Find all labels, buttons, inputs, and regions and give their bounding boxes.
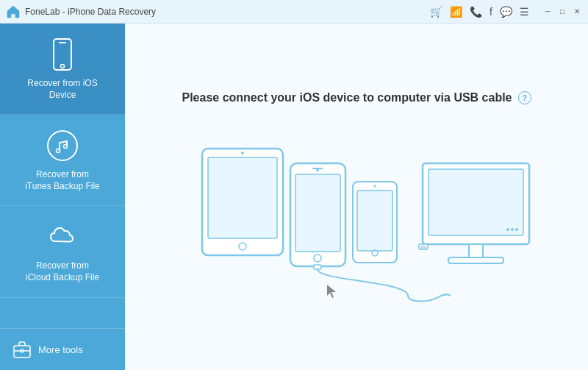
chat-icon[interactable]: 💬	[500, 6, 512, 18]
sidebar-item-label-itunes: Recover fromiTunes Backup File	[25, 169, 100, 192]
close-button[interactable]: ✕	[572, 7, 582, 17]
svg-point-28	[511, 228, 514, 231]
app-title: FoneLab - iPhone Data Recovery	[25, 7, 156, 17]
svg-rect-26	[448, 257, 503, 263]
title-bar: FoneLab - iPhone Data Recovery 🛒 📶 📞 f 💬…	[0, 0, 588, 24]
sidebar-item-label-ios: Recover from iOSDevice	[27, 78, 97, 101]
devices-svg	[180, 127, 533, 303]
ios-device-icon	[45, 37, 80, 72]
svg-rect-0	[54, 39, 71, 70]
svg-rect-24	[429, 169, 523, 235]
cart-icon[interactable]: 🛒	[430, 6, 442, 18]
sidebar-item-recover-icloud[interactable]: Recover fromiCloud Backup File	[0, 206, 125, 297]
connect-message: Please connect your iOS device to comput…	[182, 91, 531, 104]
svg-rect-14	[295, 174, 340, 252]
svg-rect-31	[421, 246, 426, 249]
svg-rect-19	[357, 191, 392, 251]
svg-rect-17	[312, 168, 323, 169]
menu-icon[interactable]: ☰	[520, 6, 529, 18]
svg-point-27	[506, 228, 509, 231]
svg-point-1	[61, 65, 65, 68]
svg-rect-22	[314, 265, 321, 269]
title-bar-left: FoneLab - iPhone Data Recovery	[6, 4, 156, 19]
svg-point-29	[515, 228, 518, 231]
more-tools-icon	[12, 339, 32, 360]
app-logo-icon	[6, 4, 21, 19]
svg-point-5	[64, 145, 68, 149]
svg-point-12	[241, 152, 244, 154]
svg-point-4	[57, 149, 60, 153]
device-illustration	[180, 127, 533, 303]
sidebar-item-recover-ios[interactable]: Recover from iOSDevice	[0, 24, 125, 115]
sidebar-item-label-icloud: Recover fromiCloud Backup File	[26, 260, 99, 283]
svg-rect-10	[208, 157, 277, 238]
svg-point-3	[48, 131, 77, 160]
itunes-icon	[45, 128, 80, 163]
facebook-icon[interactable]: f	[490, 6, 492, 18]
help-icon[interactable]: ?	[518, 91, 531, 104]
more-tools-label: More tools	[38, 344, 83, 355]
svg-point-21	[374, 185, 376, 187]
svg-rect-2	[59, 42, 66, 43]
maximize-button[interactable]: □	[557, 7, 567, 17]
phone-icon[interactable]: 📞	[470, 6, 482, 18]
icloud-icon	[45, 219, 80, 255]
window-controls: ─ □ ✕	[542, 7, 582, 17]
title-bar-controls: 🛒 📶 📞 f 💬 ☰ ─ □ ✕	[430, 6, 582, 18]
main-layout: Recover from iOSDevice Recover fromiTune…	[0, 24, 588, 370]
content-area: Please connect your iOS device to comput…	[125, 24, 588, 370]
minimize-button[interactable]: ─	[542, 7, 553, 17]
more-tools-button[interactable]: More tools	[0, 328, 125, 370]
sidebar: Recover from iOSDevice Recover fromiTune…	[0, 24, 125, 370]
svg-rect-6	[14, 346, 30, 357]
connect-message-text: Please connect your iOS device to comput…	[182, 91, 512, 104]
wifi-icon[interactable]: 📶	[450, 6, 462, 18]
sidebar-item-recover-itunes[interactable]: Recover fromiTunes Backup File	[0, 115, 125, 206]
